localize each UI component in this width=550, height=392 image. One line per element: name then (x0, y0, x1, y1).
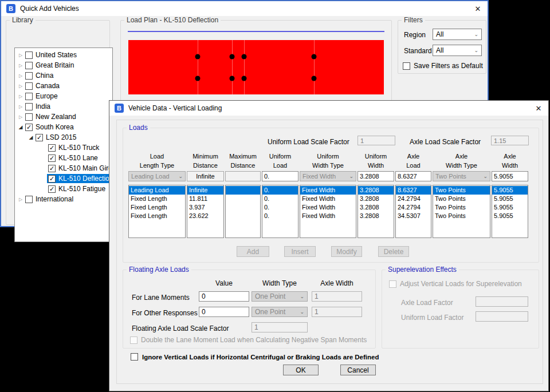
tree-item-lsd-2015[interactable]: ◢ ✓LSD 2015 (15, 132, 112, 142)
axle-load-editor-field[interactable]: 8.6327 (395, 171, 431, 181)
grid-cell[interactable]: 3.937 (187, 203, 223, 212)
tree-item-great-britain[interactable]: ▷ Great Britain (15, 60, 112, 70)
ignore-vertical-loads-checkbox[interactable] (131, 353, 138, 361)
save-filters-checkbox[interactable] (403, 62, 410, 70)
checkbox[interactable] (25, 196, 33, 203)
grid-cell[interactable]: Two Points (433, 203, 490, 212)
grid-cell[interactable]: Two Points (433, 212, 490, 220)
expand-arrow-icon[interactable]: ▷ (17, 53, 24, 58)
grid-cell[interactable] (226, 203, 260, 212)
column-list[interactable]: Leading Load Fixed Length Fixed Length F… (128, 185, 186, 238)
checkbox-checked[interactable]: ✓ (48, 155, 56, 162)
grid-cell[interactable]: Fixed Width (300, 186, 356, 195)
grid-cell[interactable]: Two Points (433, 186, 490, 195)
grid-cell[interactable]: Fixed Width (300, 195, 356, 203)
grid-cell[interactable]: 0. (262, 186, 298, 195)
collapse-arrow-icon[interactable]: ◢ (17, 124, 24, 130)
checkbox-checked[interactable]: ✓ (25, 124, 33, 131)
grid-cell[interactable]: 8.6327 (396, 186, 431, 195)
grid-cell[interactable]: Two Points (433, 195, 490, 203)
expand-arrow-icon[interactable]: ▷ (17, 73, 24, 78)
grid-cell[interactable]: 5.9055 (492, 195, 528, 203)
uniform-load-editor-field[interactable]: 0. (262, 171, 298, 181)
checkbox-checked[interactable]: ✓ (48, 185, 56, 193)
checkbox[interactable] (25, 113, 33, 121)
lane-moments-value-field[interactable] (199, 291, 249, 302)
column-list[interactable]: Fixed Width Fixed Width Fixed Width Fixe… (300, 185, 356, 238)
expand-arrow-icon[interactable]: ▷ (17, 104, 24, 109)
expand-arrow-icon[interactable]: ▷ (17, 114, 24, 120)
grid-cell[interactable]: 24.2794 (396, 203, 431, 212)
grid-cell[interactable]: 3.2808 (358, 186, 394, 195)
checkbox[interactable] (25, 52, 33, 59)
tree-item-kl510-deflection[interactable]: ✓KL-510 Deflection (15, 173, 112, 184)
checkbox[interactable] (25, 103, 33, 110)
tree-item-china[interactable]: ▷ China (15, 70, 112, 81)
column-list[interactable] (225, 185, 261, 238)
collapse-arrow-icon[interactable]: ◢ (28, 134, 34, 140)
checkbox[interactable] (25, 72, 33, 80)
grid-cell[interactable]: Fixed Width (300, 212, 356, 220)
column-list[interactable]: 0. 0. 0. 0. (262, 185, 298, 238)
column-list[interactable]: Two Points Two Points Two Points Two Poi… (433, 185, 490, 238)
standard-dropdown[interactable]: All ⌄ (433, 45, 482, 56)
checkbox-checked[interactable]: ✓ (48, 175, 56, 183)
grid-cell[interactable]: 5.9055 (492, 186, 528, 195)
column-list[interactable]: 5.9055 5.9055 5.9055 5.9055 (492, 185, 528, 238)
checkbox-checked[interactable]: ✓ (36, 134, 43, 141)
column-list[interactable]: 3.2808 3.2808 3.2808 3.2808 (358, 185, 394, 238)
vehicle-library-tree[interactable]: ▷ United States ▷ Great Britain ▷ China … (14, 47, 113, 242)
grid-cell[interactable]: 0. (262, 195, 298, 203)
cancel-button[interactable]: Cancel (340, 365, 376, 375)
ignore-vertical-loads-checkbox-row[interactable]: Ignore Vertical Loads if Horizontal Cent… (131, 353, 379, 361)
close-icon[interactable]: ✕ (473, 5, 482, 13)
tree-item-international[interactable]: ▷ International (15, 194, 112, 204)
grid-cell[interactable]: Fixed Length (129, 195, 185, 203)
tree-item-kl510-truck[interactable]: ✓KL-510 Truck (15, 142, 112, 153)
tree-item-united-states[interactable]: ▷ United States (15, 50, 112, 60)
grid-cell[interactable] (226, 195, 260, 203)
checkbox-checked[interactable]: ✓ (48, 144, 56, 152)
expand-arrow-icon[interactable]: ▷ (17, 197, 24, 202)
tree-item-canada[interactable]: ▷ Canada (15, 81, 112, 91)
grid-cell[interactable]: Fixed Width (300, 203, 356, 212)
tree-item-europe[interactable]: ▷ Europe (15, 91, 112, 101)
grid-cell[interactable]: Infinite (187, 186, 223, 195)
grid-cell[interactable]: 11.811 (187, 195, 223, 203)
grid-cell[interactable]: 24.2794 (396, 195, 431, 203)
grid-cell[interactable]: 3.2808 (358, 195, 394, 203)
grid-cell[interactable]: 5.9055 (492, 212, 528, 220)
checkbox[interactable] (25, 82, 33, 90)
checkbox[interactable] (25, 93, 33, 100)
expand-arrow-icon[interactable]: ▷ (17, 84, 24, 89)
grid-cell[interactable] (226, 212, 260, 220)
region-dropdown[interactable]: All ⌄ (433, 29, 482, 40)
grid-cell[interactable]: 3.2808 (358, 212, 394, 220)
expand-arrow-icon[interactable]: ▷ (17, 63, 24, 68)
grid-cell[interactable]: Leading Load (129, 186, 185, 195)
grid-cell[interactable]: Fixed Length (129, 212, 185, 220)
grid-cell[interactable]: 0. (262, 212, 298, 220)
grid-cell[interactable]: 0. (262, 203, 298, 212)
close-icon[interactable]: ✕ (534, 104, 543, 113)
grid-cell[interactable]: 23.622 (187, 212, 223, 220)
save-filters-checkbox-row[interactable]: Save Filters as Default (403, 62, 483, 70)
checkbox[interactable] (25, 62, 33, 69)
grid-cell[interactable]: 3.2808 (358, 203, 394, 212)
uniform-width-editor-field[interactable]: 3.2808 (358, 171, 394, 181)
grid-cell[interactable] (226, 186, 260, 195)
grid-cell[interactable]: 34.5307 (396, 212, 431, 220)
column-list[interactable]: 8.6327 24.2794 24.2794 34.5307 (395, 185, 431, 238)
tree-item-south-korea[interactable]: ◢ ✓South Korea (15, 122, 112, 132)
tree-item-india[interactable]: ▷ India (15, 101, 112, 112)
tree-item-new-zealand[interactable]: ▷ New Zealand (15, 112, 112, 122)
grid-cell[interactable]: 5.9055 (492, 203, 528, 212)
expand-arrow-icon[interactable]: ▷ (17, 94, 24, 99)
tree-item-kl510-lane[interactable]: ✓KL-510 Lane (15, 153, 112, 163)
tree-item-kl510-main-girder[interactable]: ✓KL-510 Main Girder (15, 163, 112, 173)
checkbox-checked[interactable]: ✓ (48, 165, 56, 172)
axle-width-editor-field[interactable]: 5.9055 (492, 171, 528, 181)
tree-item-kl510-fatigue[interactable]: ✓KL-510 Fatigue (15, 184, 112, 194)
column-list[interactable]: Infinite 11.811 3.937 23.622 (187, 185, 224, 238)
other-responses-value-field[interactable] (199, 307, 249, 317)
